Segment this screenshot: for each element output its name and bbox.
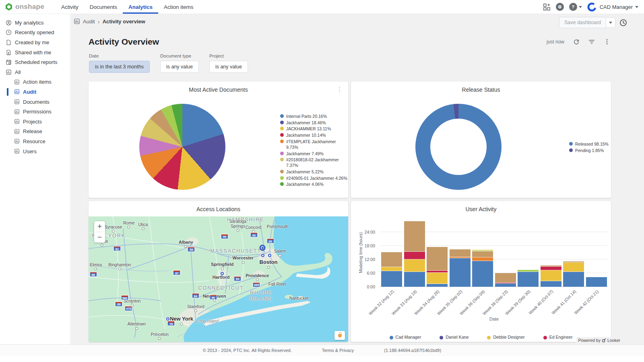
filter-date: Dateis in the last 3 months xyxy=(89,53,150,73)
stacked-bar-plot[interactable]: Modeling time (hours) Week 32 (Aug 12)We… xyxy=(380,218,608,287)
save-dashboard-caret[interactable] xyxy=(606,17,615,28)
calendar-icon xyxy=(6,59,12,65)
bar-week-40-oct-07[interactable] xyxy=(541,265,561,287)
access-location-marker[interactable] xyxy=(166,317,169,321)
map-label-rome: Rome xyxy=(123,220,134,228)
map-city-dot xyxy=(184,245,187,248)
bar-week-41-oct-14[interactable] xyxy=(563,261,584,287)
map-label-text: RHODE ISLAND xyxy=(250,290,272,302)
chart-icon xyxy=(14,148,20,154)
bar-week-34-aug-26[interactable] xyxy=(427,247,448,287)
bar-segment-yellow xyxy=(541,270,561,281)
onshape-logo[interactable]: onshape xyxy=(5,3,44,11)
sidebar-item-action-items[interactable]: Action items xyxy=(0,77,70,87)
refresh-icon[interactable] xyxy=(573,39,580,45)
bar-week-32-aug-12[interactable] xyxy=(381,252,402,287)
interstate-shield-93: 93 xyxy=(250,232,258,238)
interstate-shield-84: 84 xyxy=(192,293,199,298)
filters-icon[interactable] xyxy=(588,39,595,45)
map-city-dot xyxy=(221,267,224,270)
nav-tab-documents[interactable]: Documents xyxy=(84,0,123,14)
map-label-binghamton: Binghamton xyxy=(108,262,131,270)
sidebar-item-documents[interactable]: Documents xyxy=(0,97,70,107)
legend-label: Mikayla Thacker xyxy=(494,341,524,342)
apps-grid-icon[interactable] xyxy=(543,3,551,11)
legend-label: Kevin Sanders xyxy=(442,341,469,342)
zoom-out-button[interactable]: − xyxy=(94,232,105,243)
filter-value-button-project[interactable]: is any value xyxy=(209,61,248,73)
chart-icon xyxy=(14,79,20,85)
card-release-status: Release Status Released 98.15%Pending 1.… xyxy=(351,82,611,198)
bar-segment-blue xyxy=(518,272,539,287)
filter-bar: Dateis in the last 3 monthsDocument type… xyxy=(89,53,248,73)
map-label-saratoga-springs: Saratoga Springs xyxy=(229,219,247,232)
map-city-dot xyxy=(242,261,244,264)
interstate-shield-380: 380 xyxy=(121,295,128,300)
sidebar: My analyticsRecently openedCreated by me… xyxy=(0,14,70,344)
dashboard-kebab-icon[interactable] xyxy=(604,39,610,45)
report-chart-icon xyxy=(74,18,80,25)
filter-value-button-document-type[interactable]: is any value xyxy=(160,61,199,73)
legend-item: Jackhammer 5.22% xyxy=(280,169,348,175)
sidebar-item-audit[interactable]: Audit xyxy=(0,87,70,97)
nav-tab-activity[interactable]: Activity xyxy=(56,0,84,14)
breadcrumb-parent[interactable]: Audit xyxy=(83,19,95,25)
user-menu[interactable]: CAD Manager xyxy=(587,2,638,12)
legend-item: Released 98.15% xyxy=(569,141,609,147)
bar-segment-blue xyxy=(427,284,448,287)
sidebar-item-projects[interactable]: Projects xyxy=(0,117,70,127)
sidebar-item-release[interactable]: Release xyxy=(0,127,70,137)
sidebar-item-label: Permissions xyxy=(23,109,52,115)
sidebar-item-users[interactable]: Users xyxy=(0,146,70,156)
chart-legend-row-1: Cad ManagerDaniel KaneDebbie DesignerEd … xyxy=(351,334,611,340)
sidebar-item-scheduled-reports[interactable]: Scheduled reports xyxy=(0,57,70,67)
bar-week-42-oct-21[interactable] xyxy=(586,277,607,287)
zoom-in-button[interactable]: + xyxy=(94,221,105,232)
sidebar-item-resource[interactable]: Resource xyxy=(0,136,70,146)
sidebar-item-recently-opened[interactable]: Recently opened xyxy=(0,28,70,38)
bar-week-39-sep-30[interactable] xyxy=(518,270,539,287)
looker-logo-icon xyxy=(602,338,606,343)
looker-brand-text: Looker xyxy=(607,338,620,343)
pie-chart[interactable] xyxy=(139,104,225,190)
access-location-marker[interactable] xyxy=(221,272,224,275)
nav-tab-analytics[interactable]: Analytics xyxy=(123,0,158,14)
x-axis-title: Date xyxy=(380,317,608,321)
legend-dot xyxy=(280,140,284,143)
legend-item-daniel-kane: Daniel Kane xyxy=(440,334,469,340)
bar-week-36-sep-09[interactable] xyxy=(472,250,493,287)
legend-label: Jackhammer 4.06% xyxy=(286,181,348,187)
bar-week-33-aug-19[interactable] xyxy=(404,221,425,287)
sidebar-item-all[interactable]: All xyxy=(0,67,70,77)
schedule-history-icon[interactable] xyxy=(619,19,627,27)
y-tick-label: 0:00 xyxy=(357,284,375,289)
sidebar-item-shared-with-me[interactable]: Shared with me xyxy=(0,47,70,58)
terms-privacy-link[interactable]: Terms & Privacy xyxy=(322,348,354,353)
sidebar-item-my-analytics[interactable]: My analytics xyxy=(0,18,70,28)
access-location-marker[interactable] xyxy=(261,254,264,257)
x-tick-label: Week 41 (Oct 14) xyxy=(551,289,577,315)
help-menu[interactable]: ? xyxy=(569,3,582,11)
legend-item-ed-engineer: Ed Engineer xyxy=(543,334,573,340)
save-dashboard-button[interactable]: Save dashboard xyxy=(559,17,606,28)
bar-week-38-sep-23[interactable] xyxy=(495,273,516,287)
map-zoom-control: + − xyxy=(94,221,105,243)
card-menu-kebab-icon[interactable]: ⋮ xyxy=(336,86,343,93)
map-attribution-control[interactable] xyxy=(334,331,345,340)
sidebar-item-permissions[interactable]: Permissions xyxy=(0,107,70,117)
bar-week-35-sep-02[interactable] xyxy=(450,249,471,287)
map-viewport[interactable]: HAMPSHIRESaratoga SpringsRomeUticaSyracu… xyxy=(89,216,348,342)
copyright-text: © 2013 - 2024, PTC Inc. All Rights Reser… xyxy=(203,348,292,353)
bar-segment-yellow xyxy=(404,259,425,272)
sidebar-item-created-by-me[interactable]: Created by me xyxy=(0,37,70,47)
legend-dot xyxy=(280,158,284,161)
breadcrumb: Audit › Activity overview xyxy=(74,18,145,25)
filter-value-button-date[interactable]: is in the last 3 months xyxy=(89,61,150,73)
chart-icon xyxy=(14,89,20,95)
help-icon: ? xyxy=(569,3,577,11)
ai-advisor-icon[interactable]: ⚙ xyxy=(556,3,564,11)
bar-segment-tan xyxy=(495,273,516,283)
access-location-marker[interactable] xyxy=(260,245,266,251)
access-location-marker[interactable] xyxy=(268,254,271,257)
nav-tab-action-items[interactable]: Action items xyxy=(158,0,199,14)
